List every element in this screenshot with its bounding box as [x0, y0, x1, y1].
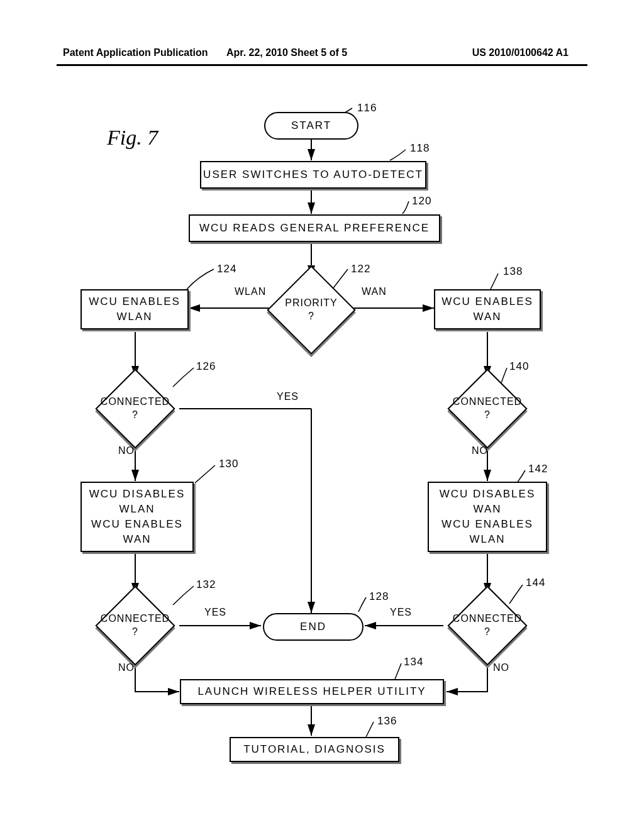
ref-144: 144 [526, 577, 545, 589]
decision-connected-126: CONNECTED ? [101, 377, 170, 440]
step-wcu-reads: WCU READS GENERAL PREFERENCE [189, 214, 440, 242]
step-enable-wlan: WCU ENABLES WLAN [80, 289, 189, 329]
step-tutorial-diagnosis: TUTORIAL, DIAGNOSIS [230, 737, 399, 762]
page-header: Patent Application Publication Apr. 22, … [0, 47, 644, 58]
edge-wan: WAN [362, 286, 387, 297]
ref-136: 136 [377, 715, 397, 728]
decision-connected-144: CONNECTED ? [453, 594, 522, 657]
edge-132-yes: YES [204, 607, 226, 618]
step-launch-helper: LAUNCH WIRELESS HELPER UTILITY [180, 679, 444, 704]
ref-116: 116 [357, 102, 377, 114]
ref-120: 120 [412, 195, 431, 208]
end-terminal: END [263, 613, 364, 641]
ref-122: 122 [351, 263, 370, 275]
ref-118: 118 [410, 142, 430, 155]
edge-144-yes: YES [390, 607, 412, 618]
ref-124: 124 [217, 263, 236, 275]
ref-130: 130 [219, 458, 238, 470]
ref-128: 128 [369, 590, 389, 603]
header-date-sheet: Apr. 22, 2010 Sheet 5 of 5 [226, 47, 347, 58]
ref-126: 126 [196, 360, 216, 373]
step-disable-wlan-enable-wan: WCU DISABLES WLAN WCU ENABLES WAN [80, 482, 194, 552]
header-divider [57, 64, 587, 66]
figure-number: Fig. 7 [107, 126, 158, 150]
edge-wlan: WLAN [235, 286, 266, 297]
header-pub-number: US 2010/0100642 A1 [472, 47, 569, 58]
step-enable-wan: WCU ENABLES WAN [434, 289, 541, 329]
ref-138: 138 [503, 265, 523, 278]
header-publication: Patent Application Publication [63, 47, 208, 58]
step-user-switches: USER SWITCHES TO AUTO-DETECT [200, 161, 426, 189]
ref-142: 142 [528, 463, 548, 475]
edge-140-no: NO [472, 445, 488, 456]
ref-140: 140 [509, 360, 529, 373]
flowchart: Fig. 7 START 116 USER SWITCHES TO AUTO-D… [57, 101, 579, 792]
edge-132-no: NO [118, 662, 135, 673]
edge-126-no: NO [118, 445, 135, 456]
ref-132: 132 [196, 578, 216, 591]
edge-144-no: NO [493, 662, 509, 673]
edge-126-yes: YES [277, 391, 299, 402]
patent-page: Patent Application Publication Apr. 22, … [0, 0, 644, 830]
decision-priority: PRIORITY ? [280, 279, 343, 341]
step-disable-wan-enable-wlan: WCU DISABLES WAN WCU ENABLES WLAN [428, 482, 547, 552]
start-terminal: START [264, 112, 358, 140]
ref-134: 134 [404, 656, 423, 668]
decision-connected-140: CONNECTED ? [453, 377, 522, 440]
decision-connected-132: CONNECTED ? [101, 594, 170, 657]
